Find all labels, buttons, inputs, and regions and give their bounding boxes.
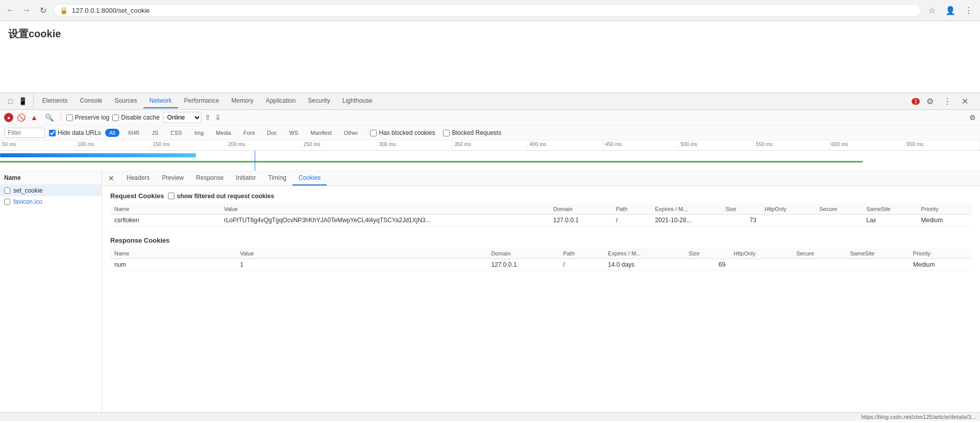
cookies-content: Request Cookies show filtered out reques… — [102, 186, 980, 412]
col-httponly-header: HttpOnly — [729, 248, 792, 259]
import-export: ⇧ ⇩ — [205, 113, 221, 122]
devtools-close-button[interactable]: ✕ — [958, 94, 972, 108]
blocked-requests-label[interactable]: Blocked Requests — [443, 129, 501, 136]
tab-performance[interactable]: Performance — [178, 94, 226, 108]
account-button[interactable]: 👤 — [943, 3, 958, 17]
tab-initiator[interactable]: Initiator — [230, 171, 262, 185]
tab-application[interactable]: Application — [260, 94, 302, 108]
disable-cache-checkbox[interactable] — [112, 114, 119, 121]
timeline-ruler: 50 ms 100 ms 150 ms 200 ms 250 ms 300 ms… — [0, 140, 980, 151]
page-title: 设置cookie — [8, 27, 61, 41]
col-value-header: Value — [220, 204, 549, 215]
filter-input[interactable] — [4, 128, 45, 138]
disable-cache-label[interactable]: Disable cache — [112, 114, 159, 121]
mark-550: 550 ms — [754, 140, 829, 150]
filter-ws-button[interactable]: WS — [285, 129, 303, 137]
mark-100: 100 ms — [76, 140, 151, 150]
tab-response[interactable]: Response — [190, 171, 230, 185]
filter-manifest-button[interactable]: Manifest — [306, 129, 336, 137]
filter-img-button[interactable]: Img — [190, 129, 208, 137]
filter-xhr-button[interactable]: XHR — [124, 129, 143, 137]
detail-close-button[interactable]: ✕ — [106, 172, 116, 184]
page-content: 设置cookie — [0, 21, 980, 92]
list-item[interactable]: favicon.ico — [0, 196, 102, 207]
show-filtered-checkbox[interactable] — [168, 193, 175, 199]
file-name: set_cookie — [13, 187, 97, 194]
col-size-header: Size — [721, 204, 761, 215]
tab-lighthouse[interactable]: Lighthouse — [336, 94, 379, 108]
tab-console[interactable]: Console — [74, 94, 109, 108]
hide-data-urls-label[interactable]: Hide data URLs — [49, 129, 101, 136]
tab-memory[interactable]: Memory — [225, 94, 259, 108]
throttle-select[interactable]: Online Fast 3G Slow 3G Offline — [163, 112, 202, 123]
tab-headers[interactable]: Headers — [120, 171, 156, 185]
error-badge: 1 — [912, 98, 920, 105]
address-bar[interactable]: 🔒 127.0.0.1:8000/set_cookie — [53, 4, 921, 17]
mark-500: 500 ms — [678, 140, 754, 150]
status-url-hint: https://blog.csdn.net/zbw125/article/det… — [861, 414, 976, 420]
show-filtered-label[interactable]: show filtered out request cookies — [168, 193, 274, 200]
tab-preview[interactable]: Preview — [156, 171, 190, 185]
browser-chrome: ← → ↻ 🔒 127.0.0.1:8000/set_cookie ☆ 👤 ⋮ — [0, 0, 980, 21]
export-button[interactable]: ⇩ — [215, 113, 221, 122]
filter-font-button[interactable]: Font — [239, 129, 259, 137]
filter-js-button[interactable]: JS — [148, 129, 162, 137]
cell-domain: 127.0.0.1 — [549, 215, 612, 226]
refresh-button[interactable]: ↻ — [37, 4, 49, 16]
filter-doc-button[interactable]: Doc — [263, 129, 281, 137]
has-blocked-cookies-label[interactable]: Has blocked cookies — [370, 129, 435, 136]
tab-network[interactable]: Network — [143, 94, 178, 108]
col-expires-header: Expires / M... — [651, 204, 721, 215]
file-checkbox[interactable] — [4, 187, 10, 194]
table-row[interactable]: csrftoken rLoPITUT6g4vQgTgqOcvNP3hKhYJA0… — [110, 215, 972, 226]
bookmark-button[interactable]: ☆ — [925, 3, 939, 17]
filter-css-button[interactable]: CSS — [166, 129, 186, 137]
filter-toggle-button[interactable]: ▲ — [29, 112, 40, 123]
filter-other-button[interactable]: Other — [340, 129, 362, 137]
clear-button[interactable]: 🚫 — [16, 113, 26, 122]
request-cookies-table: Name Value Domain Path Expires / M... Si… — [110, 204, 972, 226]
list-item[interactable]: set_cookie — [0, 185, 102, 196]
cell-size: 73 — [721, 215, 761, 226]
col-httponly-header: HttpOnly — [761, 204, 815, 215]
preserve-log-checkbox[interactable] — [66, 114, 73, 121]
mark-200: 200 ms — [226, 140, 302, 150]
col-path-header: Path — [612, 204, 651, 215]
timeline-area: 50 ms 100 ms 150 ms 200 ms 250 ms 300 ms… — [0, 140, 980, 171]
table-header-row: Name Value Domain Path Expires / M... Si… — [110, 248, 972, 259]
network-settings-button[interactable]: ⚙ — [969, 113, 976, 122]
tab-sources[interactable]: Sources — [109, 94, 143, 108]
tab-timing[interactable]: Timing — [262, 171, 292, 185]
tab-elements[interactable]: Elements — [36, 94, 74, 108]
devtools-more-button[interactable]: ⋮ — [940, 94, 954, 108]
browser-menu-button[interactable]: ⋮ — [962, 3, 976, 17]
cell-expires: 2021-10-28... — [651, 215, 721, 226]
blocked-requests-checkbox[interactable] — [443, 130, 450, 136]
filter-media-button[interactable]: Media — [212, 129, 235, 137]
tab-cookies[interactable]: Cookies — [292, 171, 327, 185]
back-button[interactable]: ← — [4, 4, 16, 16]
search-button[interactable]: 🔍 — [43, 112, 56, 123]
preserve-log-label[interactable]: Preserve log — [66, 114, 109, 121]
has-blocked-cookies-checkbox[interactable] — [370, 130, 377, 136]
filter-all-button[interactable]: All — [105, 129, 119, 137]
col-domain-header: Domain — [549, 204, 612, 215]
table-row[interactable]: num 1 127.0.0.1 / 14.0 days 69 Medium — [110, 259, 972, 271]
col-name-header: Name — [110, 204, 220, 215]
element-picker-icon[interactable]: □ — [6, 95, 14, 107]
import-button[interactable]: ⇧ — [205, 113, 211, 122]
mark-350: 350 ms — [452, 140, 528, 150]
device-toolbar-icon[interactable]: 📱 — [16, 95, 29, 107]
file-checkbox[interactable] — [4, 199, 10, 205]
devtools-settings-button[interactable]: ⚙ — [923, 94, 937, 108]
col-samesite-header: SameSite — [846, 248, 909, 259]
col-secure-header: Secure — [792, 248, 846, 259]
main-content: Name set_cookie favicon.ico ✕ Headers Pr… — [0, 171, 980, 412]
hide-data-urls-checkbox[interactable] — [49, 130, 56, 136]
devtools-panel-icons: □ 📱 — [4, 93, 34, 109]
forward-button[interactable]: → — [20, 4, 33, 16]
col-priority-header: Priority — [909, 248, 972, 259]
record-button[interactable]: ● — [4, 113, 13, 122]
tab-security[interactable]: Security — [302, 94, 336, 108]
filter-bar: Hide data URLs All XHR JS CSS Img Media … — [0, 126, 980, 140]
